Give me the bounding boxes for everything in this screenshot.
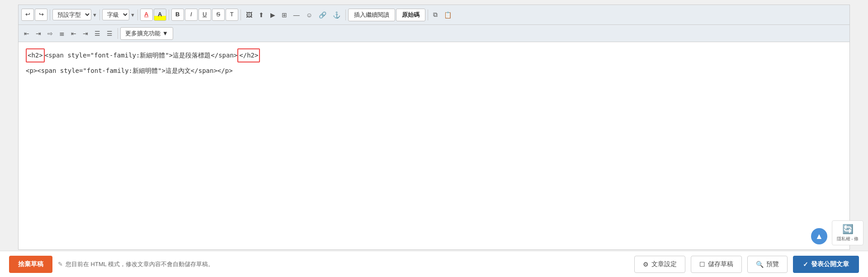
separator-3 <box>137 10 138 20</box>
scroll-to-top-button[interactable]: ▲ <box>811 228 827 244</box>
separator-6 <box>345 10 346 20</box>
preview-label: 預覽 <box>766 260 779 268</box>
p-line: <p><span style="font-family:新細明體">這是內文</… <box>26 65 233 76</box>
copy-button[interactable]: ⧉ <box>430 9 440 20</box>
italic-button[interactable]: I <box>185 9 198 20</box>
separator-2 <box>99 10 100 20</box>
superscript-button[interactable]: T <box>226 9 238 20</box>
save-label: 儲存草稿 <box>708 260 733 268</box>
save-icon: ☐ <box>699 261 705 268</box>
underline-button[interactable]: U <box>198 9 211 20</box>
list-unordered-button[interactable]: ☰ <box>104 28 115 39</box>
html-line-2: <p><span style="font-family:新細明體">這是內文</… <box>26 65 842 76</box>
status-area: ✎ 您目前在 HTML 模式，修改文章內容不會自動儲存草稿。 <box>58 260 214 268</box>
source-code-button[interactable]: 原始碼 <box>396 9 425 21</box>
list-ordered-button[interactable]: ☰ <box>92 28 103 39</box>
article-settings-button[interactable]: ⚙ 文章設定 <box>634 256 685 273</box>
redo-button[interactable]: ↪ <box>35 9 47 20</box>
recaptcha-text: 隱私權 - 條 <box>837 236 859 242</box>
copy-icon: ⧉ <box>433 11 438 18</box>
image-icon: 🖼 <box>246 11 252 19</box>
font-family-dropdown-icon: ▼ <box>92 12 97 18</box>
html-line-1: <h2><span style="font-family:新細明體">這是段落標… <box>26 48 842 62</box>
image-button[interactable]: 🖼 <box>243 10 255 20</box>
list-unordered-icon: ☰ <box>107 30 113 37</box>
preview-icon: 🔍 <box>756 261 764 268</box>
emoji-button[interactable]: ☺ <box>303 10 315 20</box>
preview-button[interactable]: 🔍 預覽 <box>747 256 788 273</box>
more-features-button[interactable]: 更多擴充功能 ▼ <box>120 27 173 40</box>
font-color-button[interactable]: A <box>140 9 153 20</box>
separator-1 <box>50 10 50 20</box>
recaptcha-logo-icon: 🔄 <box>842 224 854 234</box>
justify-button[interactable]: ≣ <box>57 28 67 39</box>
align-left-icon: ⇤ <box>24 30 29 37</box>
clipboard-button[interactable]: 📋 <box>441 10 454 20</box>
justify-icon: ≣ <box>59 30 65 37</box>
settings-icon: ⚙ <box>643 261 649 268</box>
table-icon: ⊞ <box>282 11 287 19</box>
font-highlight-button[interactable]: A <box>154 9 166 20</box>
upload-button[interactable]: ⬆ <box>256 10 267 20</box>
align-center-button[interactable]: ⇥ <box>33 28 44 39</box>
indent-button[interactable]: ⇥ <box>80 28 91 39</box>
editor-content[interactable]: <h2><span style="font-family:新細明體">這是段落標… <box>19 42 849 249</box>
anchor-button[interactable]: ⚓ <box>330 10 343 20</box>
read-more-button[interactable]: 插入繼續閱讀 <box>348 9 395 21</box>
outdent-button[interactable]: ⇤ <box>68 28 79 39</box>
video-button[interactable]: ▶ <box>268 10 278 20</box>
toolbar-row2: ⇤ ⇥ ⇨ ≣ ⇤ ⇥ ☰ ☰ 更多擴充功能 ▼ <box>19 25 849 42</box>
strikethrough-button[interactable]: S <box>212 9 225 20</box>
undo-button[interactable]: ↩ <box>21 9 34 20</box>
publish-label: 發表公開文章 <box>811 260 849 268</box>
separator-4 <box>169 10 169 20</box>
bold-button[interactable]: B <box>171 9 184 20</box>
upload-icon: ⬆ <box>259 11 264 19</box>
toolbar-row1: ↩ ↪ 預設字型 ▼ 字級 ▼ A A B I U S T 🖼 ⬆ ▶ ⊞ — … <box>19 5 849 25</box>
align-right-icon: ⇨ <box>47 30 53 37</box>
separator-7 <box>428 10 428 20</box>
publish-button[interactable]: ✓ 發表公開文章 <box>793 256 859 273</box>
align-right-button[interactable]: ⇨ <box>45 28 56 39</box>
list-ordered-icon: ☰ <box>94 30 100 37</box>
h2-close-tag: </h2> <box>237 48 260 62</box>
align-left-button[interactable]: ⇤ <box>21 28 32 39</box>
font-family-select[interactable]: 預設字型 <box>52 9 91 20</box>
anchor-icon: ⚓ <box>333 11 340 19</box>
separator-5 <box>241 10 241 20</box>
table-button[interactable]: ⊞ <box>279 10 290 20</box>
indent-icon: ⇥ <box>83 30 88 37</box>
more-features-arrow-icon: ▼ <box>162 30 168 37</box>
font-size-select[interactable]: 字級 <box>102 9 129 20</box>
clipboard-icon: 📋 <box>444 11 452 19</box>
h2-open-tag: <h2> <box>26 48 45 62</box>
link-icon: 🔗 <box>319 11 326 19</box>
status-message: 您目前在 HTML 模式，修改文章內容不會自動儲存草稿。 <box>66 260 214 268</box>
align-center-icon: ⇥ <box>36 30 41 37</box>
save-draft-button[interactable]: ☐ 儲存草稿 <box>691 256 742 273</box>
recaptcha-badge: 🔄 隱私權 - 條 <box>832 220 863 245</box>
publish-checkmark-icon: ✓ <box>803 261 808 268</box>
edit-icon: ✎ <box>58 261 63 267</box>
bottom-bar: 捨棄草稿 ✎ 您目前在 HTML 模式，修改文章內容不會自動儲存草稿。 ⚙ 文章… <box>0 251 868 277</box>
font-size-dropdown-icon: ▼ <box>130 12 135 18</box>
settings-label: 文章設定 <box>651 260 677 268</box>
discard-button[interactable]: 捨棄草稿 <box>9 256 52 273</box>
divider-icon: — <box>293 11 300 19</box>
more-features-label: 更多擴充功能 <box>125 29 160 38</box>
separator-8 <box>118 28 118 39</box>
chevron-up-icon: ▲ <box>815 232 823 241</box>
h2-content: <span style="font-family:新細明體">這是段落標題</s… <box>45 50 238 61</box>
emoji-icon: ☺ <box>306 11 312 19</box>
video-icon: ▶ <box>270 11 275 19</box>
editor-container: ↩ ↪ 預設字型 ▼ 字級 ▼ A A B I U S T 🖼 ⬆ ▶ ⊞ — … <box>18 5 850 250</box>
link-button[interactable]: 🔗 <box>316 10 329 20</box>
divider-button[interactable]: — <box>291 10 302 20</box>
outdent-icon: ⇤ <box>71 30 76 37</box>
